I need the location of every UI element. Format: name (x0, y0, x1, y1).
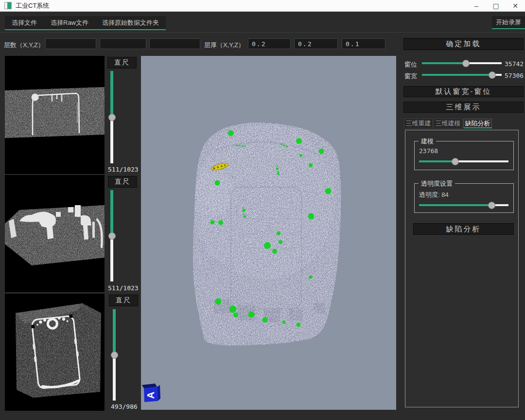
slice-position-bottom: 493/986 (111, 403, 138, 410)
close-icon[interactable]: ✕ (506, 0, 525, 11)
slice-position-top: 511/1023 (108, 166, 139, 173)
window-width-label: 窗宽 (404, 72, 417, 81)
slider-fill (422, 62, 466, 64)
slider-fill (422, 74, 492, 76)
slider-knob[interactable] (488, 202, 495, 209)
cube-letter: A (145, 392, 156, 399)
tab-3d-reconstruction[interactable]: 三维重建 (404, 119, 433, 128)
minimize-icon[interactable]: – (467, 0, 486, 11)
default-wlww-button[interactable]: 默认窗宽-窗位 (403, 86, 524, 97)
opacity-slider[interactable] (419, 202, 508, 209)
slice-view-middle[interactable] (5, 175, 105, 292)
ruler-button-top[interactable]: 直尺 (107, 57, 137, 69)
slider-knob[interactable] (462, 60, 470, 67)
slider-knob[interactable] (108, 114, 116, 121)
start-record-button[interactable]: 开始录屏 (492, 16, 525, 29)
modeling-group-title: 建模 (419, 137, 436, 146)
app-icon (4, 2, 12, 9)
slider-fill (110, 190, 113, 236)
slider-knob[interactable] (111, 351, 118, 359)
title-bar: 工业CT系统 – ▢ ✕ (0, 0, 525, 12)
slice-image-bottom (5, 294, 105, 411)
window-width-slider[interactable] (422, 71, 502, 79)
defect-analysis-button[interactable]: 缺陷分析 (413, 223, 514, 235)
window-width-value: 57306 (505, 72, 524, 79)
defect-analysis-panel (405, 130, 519, 407)
modeling-value: 23768 (419, 147, 438, 155)
thickness-y-input[interactable] (294, 38, 338, 49)
layers-z-input[interactable] (149, 38, 200, 49)
ruler-button-middle[interactable]: 直尺 (108, 176, 137, 188)
layers-y-input[interactable] (100, 38, 146, 49)
window-title: 工业CT系统 (16, 1, 49, 10)
slider-knob[interactable] (108, 232, 116, 240)
app-window: 工业CT系统 – ▢ ✕ 选择文件 选择Raw文件 选择原始数据文件夹 开始录屏… (0, 0, 525, 420)
thickness-label: 层厚（X,Y,Z） (204, 41, 245, 50)
modeling-groupbox: 建模 (414, 141, 514, 170)
show-3d-button[interactable]: 三维展示 (403, 102, 524, 113)
slice-position-middle: 511/1023 (108, 284, 139, 292)
opacity-group-title: 透明度设置 (419, 179, 455, 188)
select-folder-button[interactable]: 选择原始数据文件夹 (95, 16, 166, 29)
slider-fill (110, 71, 113, 117)
select-raw-button[interactable]: 选择Raw文件 (44, 16, 95, 29)
slider-fill (113, 309, 116, 355)
slice-slider-middle[interactable] (108, 190, 115, 281)
slider-knob[interactable] (489, 71, 496, 79)
slider-fill (419, 160, 455, 162)
thickness-x-input[interactable] (248, 38, 291, 49)
slider-fill (419, 204, 491, 206)
maximize-icon[interactable]: ▢ (486, 0, 506, 11)
window-level-value: 35742 (505, 60, 524, 68)
tab-3d-modeling[interactable]: 三维建模 (434, 119, 462, 128)
slice-slider-top[interactable] (108, 71, 115, 163)
viewport-3d[interactable]: A (141, 56, 396, 410)
thickness-z-input[interactable] (342, 38, 385, 49)
confirm-load-button[interactable]: 确定加载 (403, 38, 524, 50)
layers-label: 层数（X,Y,Z） (4, 41, 44, 50)
slider-knob[interactable] (452, 158, 459, 165)
slice-slider-bottom[interactable] (111, 309, 118, 401)
slice-image-middle (5, 175, 105, 292)
window-level-label: 窗位 (404, 60, 417, 69)
modeling-slider[interactable] (419, 158, 508, 165)
slice-view-bottom[interactable] (5, 294, 105, 411)
ruler-button-bottom[interactable]: 直尺 (109, 295, 138, 306)
slice-view-top[interactable] (5, 56, 105, 174)
viewport-render: A (141, 56, 396, 410)
file-button-group: 选择文件 选择Raw文件 选择原始数据文件夹 (5, 16, 166, 30)
window-controls: – ▢ ✕ (467, 0, 525, 11)
slice-image-top (5, 56, 105, 174)
tab-defect-analysis[interactable]: 缺陷分析 (463, 119, 492, 128)
opacity-value-label: 透明度: 84 (419, 191, 449, 199)
toolbar-divider (0, 32, 525, 33)
select-file-button[interactable]: 选择文件 (5, 16, 44, 29)
layers-x-input[interactable] (45, 38, 96, 49)
window-level-slider[interactable] (422, 60, 502, 67)
